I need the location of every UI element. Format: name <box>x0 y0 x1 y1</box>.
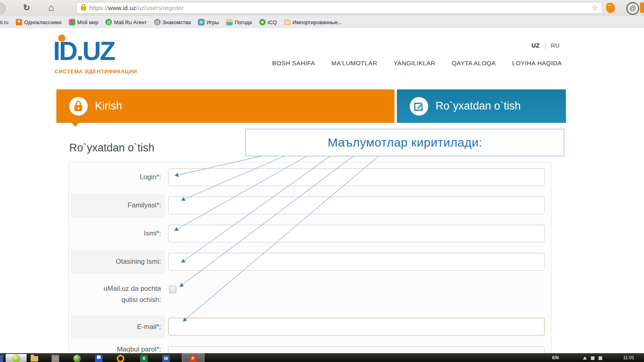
word-icon[interactable]: W <box>162 355 170 362</box>
extension-icon[interactable] <box>640 2 644 13</box>
like-extension-icon[interactable] <box>606 3 615 13</box>
url-text: https://www.id.uz/uz/users/register <box>89 4 184 11</box>
mailru-extension-icon[interactable]: @ <box>626 2 639 15</box>
weather-icon <box>226 19 233 25</box>
ismi-input[interactable] <box>168 225 545 242</box>
explorer-folder-icon[interactable] <box>31 356 38 362</box>
reload-icon[interactable]: ↻ <box>21 2 32 14</box>
umail-checkbox[interactable] <box>169 286 176 293</box>
bookmark-mailru-agent[interactable]: Mail.Ru Агент <box>105 19 147 25</box>
odnoklassniki-icon <box>16 19 22 25</box>
site-logo[interactable]: ID.UZ СИСТЕМА ИДЕНТИФИКАЦИИ <box>53 33 150 77</box>
url-bar[interactable]: https://www.id.uz/uz/users/register ☆ <box>76 2 603 14</box>
taskbar-app-icon[interactable] <box>52 355 59 362</box>
ismi-label: Ismi*: <box>72 229 161 238</box>
familyasi-input[interactable] <box>168 197 545 214</box>
lang-separator: | <box>544 42 546 49</box>
bookmark-mailru[interactable]: il.ru <box>0 19 8 25</box>
keyboard-language-indicator[interactable]: EN <box>552 355 559 360</box>
annotation-callout: Маълумотлар киритилади: <box>246 129 564 156</box>
tray-icon[interactable] <box>591 356 594 360</box>
register-pencil-icon <box>410 97 428 116</box>
nav-malumotlar[interactable]: MA'LUMOTLAR <box>331 60 377 67</box>
bookmark-odnoklassniki[interactable]: Одноклассники <box>16 19 62 25</box>
home-icon[interactable]: ⌂ <box>45 1 57 14</box>
nav-loyiha-haqida[interactable]: LOYIHA HAQIDA <box>512 60 562 67</box>
otasining-ismi-label: Otasining Ismi: <box>72 257 161 266</box>
icq-icon <box>259 19 266 25</box>
email-label: E-mail*: <box>72 323 161 331</box>
page-content: ID.UZ СИСТЕМА ИДЕНТИФИКАЦИИ UZ | RU BOSH… <box>0 28 644 353</box>
tray-icon[interactable] <box>599 356 602 360</box>
browser-toolbar: ↻ ⌂ https://www.id.uz/uz/users/register … <box>0 0 644 17</box>
nav-bosh-sahifa[interactable]: BOSH SAHIFA <box>272 60 315 67</box>
bookmarks-bar: il.ru Одноклассники Мой мир Mail.Ru Аген… <box>0 16 644 29</box>
powerpoint-icon[interactable]: P <box>189 355 197 362</box>
logo-text: ID.UZ <box>53 38 114 64</box>
nav-yangiliklar[interactable]: YANGILIKLAR <box>394 60 436 67</box>
taskbar-app-icon[interactable] <box>95 355 103 362</box>
tab-register[interactable]: Ro`yxatdan o`tish <box>397 89 566 123</box>
logo-subtitle: СИСТЕМА ИДЕНТИФИКАЦИИ <box>55 68 137 74</box>
lang-ru[interactable]: RU <box>551 42 559 49</box>
form-title: Ro`yxatdan o`tish <box>69 142 155 154</box>
bookmark-icq[interactable]: ICQ <box>259 19 277 25</box>
tab-login[interactable]: Kirish <box>56 89 394 123</box>
https-lock-icon <box>81 6 86 10</box>
familyasi-label: Familyasi*: <box>72 201 161 210</box>
folder-icon <box>284 20 291 25</box>
active-tab-pointer <box>72 123 79 127</box>
taskbar: X W P EN 11:01 <box>0 353 644 362</box>
taskbar-app-icon[interactable] <box>117 355 124 362</box>
tray-expand-icon[interactable] <box>583 356 587 360</box>
system-tray <box>583 356 602 360</box>
umail-label: uMail.uz da pochta qutisi ochish: <box>72 283 161 306</box>
email-input[interactable] <box>168 318 545 335</box>
bookmark-moymir[interactable]: Мой мир <box>69 19 99 25</box>
bookmark-znakomstva[interactable]: Знакомства <box>154 19 191 25</box>
otasining-ismi-input[interactable] <box>168 253 545 271</box>
moymir-icon <box>69 19 75 25</box>
start-button[interactable] <box>6 354 27 362</box>
tab-register-label: Ro`yxatdan o`tish <box>436 100 521 112</box>
login-input[interactable] <box>168 168 545 186</box>
start-orb-icon <box>12 354 20 362</box>
lang-uz[interactable]: UZ <box>531 42 539 49</box>
taskbar-app-icon[interactable] <box>0 355 3 362</box>
bookmark-imported-folder[interactable]: Импортированные... <box>284 19 342 25</box>
back-button[interactable] <box>0 3 6 14</box>
tab-login-label: Kirish <box>95 100 122 112</box>
games-icon <box>198 19 204 25</box>
annotation-text: Маълумотлар киритилади: <box>328 136 482 149</box>
znakomstva-icon <box>154 19 161 25</box>
screen: ↻ ⌂ https://www.id.uz/uz/users/register … <box>0 0 644 362</box>
taskbar-clock: 11:01 <box>623 355 634 360</box>
language-switcher: UZ | RU <box>531 42 559 49</box>
bookmark-weather[interactable]: Погода <box>226 19 252 25</box>
bookmark-star-icon[interactable]: ☆ <box>591 2 598 13</box>
main-nav: BOSH SAHIFA MA'LUMOTLAR YANGILIKLAR QAYT… <box>272 60 562 67</box>
bookmark-games[interactable]: Игры <box>198 19 219 25</box>
lock-icon <box>69 97 88 116</box>
excel-icon[interactable]: X <box>140 355 148 362</box>
mailru-agent-icon <box>105 19 112 25</box>
password-label: Maqbul parol*: <box>72 345 161 353</box>
nav-qayta-aloqa[interactable]: QAYTA ALOQA <box>452 60 496 67</box>
taskbar-app-icon[interactable] <box>73 355 81 362</box>
login-label: Login*: <box>72 173 161 182</box>
password-input[interactable] <box>168 346 545 353</box>
